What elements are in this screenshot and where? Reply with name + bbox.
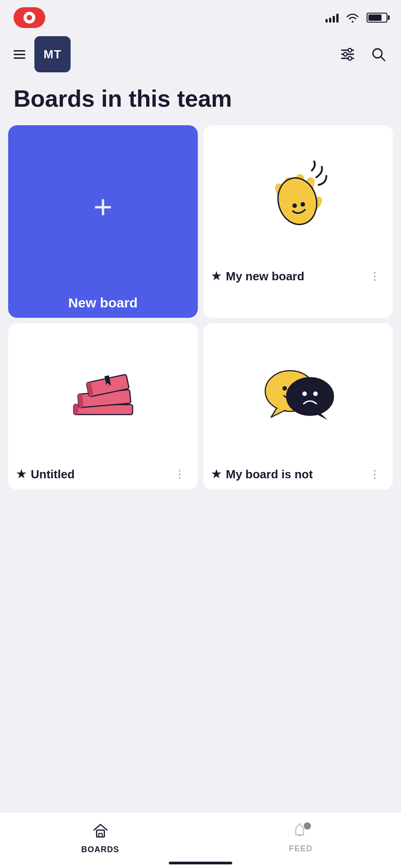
feed-label: FEED xyxy=(289,844,312,854)
my-board-not-footer: ★ My board is not ⋮ xyxy=(203,459,393,490)
new-board-image: + xyxy=(8,125,198,288)
filter-button[interactable] xyxy=(339,45,357,63)
status-bar xyxy=(0,0,401,32)
my-board-not-card[interactable]: ★ My board is not ⋮ xyxy=(203,323,393,490)
waving-hand-illustration xyxy=(262,152,334,234)
untitled-board-more-button[interactable]: ⋮ xyxy=(171,466,190,482)
svg-point-5 xyxy=(348,57,352,60)
star-icon: ★ xyxy=(211,270,221,283)
svg-point-14 xyxy=(292,203,297,208)
boards-label: BOARDS xyxy=(81,845,119,854)
header: MT xyxy=(0,32,401,81)
notification-dot xyxy=(303,821,312,830)
battery-icon xyxy=(367,13,387,23)
svg-point-15 xyxy=(301,202,305,207)
new-board-card[interactable]: + New board xyxy=(8,125,198,318)
untitled-board-name: ★ Untitled xyxy=(16,467,75,481)
my-new-board-footer: ★ My new board ⋮ xyxy=(203,261,393,292)
search-icon xyxy=(370,46,387,63)
nav-feed[interactable]: FEED xyxy=(200,812,401,868)
record-button[interactable] xyxy=(14,7,45,28)
my-new-board-name: ★ My new board xyxy=(211,269,304,283)
books-illustration xyxy=(65,355,142,427)
header-left: MT xyxy=(14,36,71,72)
my-board-not-more-button[interactable]: ⋮ xyxy=(366,466,385,482)
star-icon-3: ★ xyxy=(211,468,221,481)
team-avatar[interactable]: MT xyxy=(34,36,71,72)
svg-point-34 xyxy=(302,392,307,396)
svg-line-7 xyxy=(381,57,385,61)
new-board-footer: New board xyxy=(8,288,198,318)
page-title: Boards in this team xyxy=(0,81,401,125)
bottom-nav: BOARDS FEED xyxy=(0,812,401,868)
new-board-name: New board xyxy=(68,295,138,311)
svg-point-30 xyxy=(282,386,287,391)
sliders-icon xyxy=(339,46,356,63)
signal-icon xyxy=(325,13,339,23)
header-right xyxy=(339,45,387,63)
menu-button[interactable] xyxy=(14,50,25,59)
svg-point-4 xyxy=(344,52,347,56)
record-dot xyxy=(24,12,35,24)
my-new-board-more-button[interactable]: ⋮ xyxy=(366,268,385,284)
untitled-board-footer: ★ Untitled ⋮ xyxy=(8,459,198,490)
untitled-board-card[interactable]: ★ Untitled ⋮ xyxy=(8,323,198,490)
star-icon-2: ★ xyxy=(16,468,26,481)
status-icons xyxy=(325,13,387,23)
home-icon xyxy=(91,821,110,841)
my-new-board-card[interactable]: ★ My new board ⋮ xyxy=(203,125,393,318)
svg-point-35 xyxy=(313,392,318,396)
my-board-not-image xyxy=(203,323,393,459)
my-new-board-image xyxy=(203,125,393,261)
svg-point-3 xyxy=(348,48,352,52)
search-button[interactable] xyxy=(369,45,387,63)
nav-boards[interactable]: BOARDS xyxy=(0,812,200,868)
wifi-icon xyxy=(346,13,359,23)
chat-bubbles-illustration xyxy=(258,355,339,427)
plus-icon: + xyxy=(93,190,112,223)
home-indicator xyxy=(169,862,232,864)
my-board-not-name: ★ My board is not xyxy=(211,467,313,481)
bell-icon xyxy=(291,822,311,840)
svg-rect-19 xyxy=(74,404,78,415)
untitled-board-image xyxy=(8,323,198,459)
boards-grid: + New board xyxy=(0,125,401,490)
